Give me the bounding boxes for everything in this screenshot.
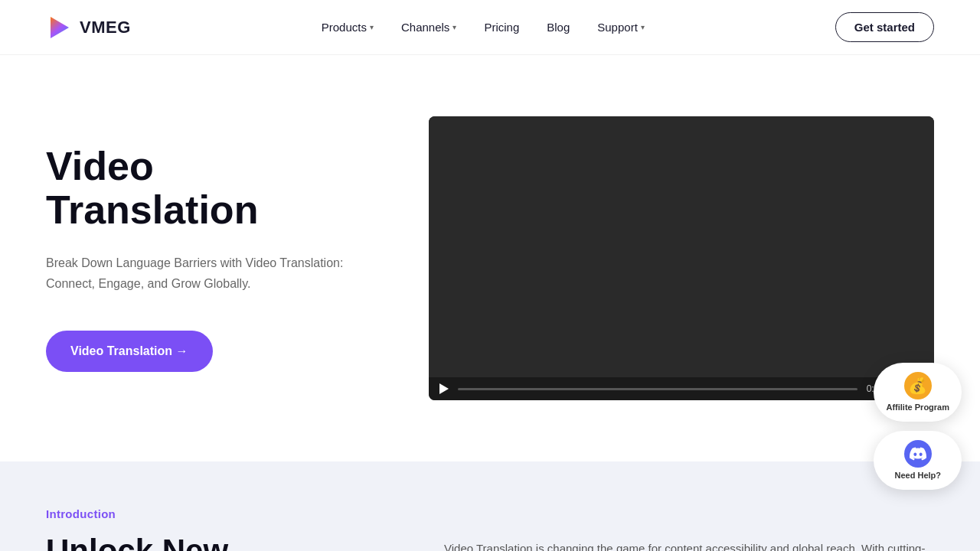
nav-links: Products ▾ Channels ▾ Pricing Blog Suppo… <box>322 21 645 34</box>
intro-content: Unlock New Audiences with Video Video Tr… <box>46 533 934 551</box>
coin-icon: 💰 <box>904 372 932 399</box>
nav-link-blog[interactable]: Blog <box>547 21 570 34</box>
get-started-button[interactable]: Get started <box>835 12 934 42</box>
video-progress-bar[interactable] <box>458 388 858 390</box>
hero-title: Video Translation <box>46 145 368 232</box>
hero-right: 0:00 <box>429 116 934 400</box>
nav-link-support[interactable]: Support ▾ <box>597 21 645 34</box>
svg-marker-1 <box>439 383 449 394</box>
brand-name: VMEG <box>80 18 131 37</box>
intro-section-label: Introduction <box>46 507 934 520</box>
nav-link-products[interactable]: Products ▾ <box>322 21 374 34</box>
discord-widget[interactable]: Need Help? <box>874 431 962 490</box>
nav-item-products[interactable]: Products ▾ <box>322 21 374 34</box>
video-controls: 0:00 <box>429 377 934 400</box>
chevron-down-icon: ▾ <box>641 23 645 31</box>
logo[interactable]: VMEG <box>46 14 131 41</box>
svg-marker-0 <box>51 17 69 38</box>
affiliate-label: Affilite Program <box>886 403 949 412</box>
nav-item-blog[interactable]: Blog <box>547 21 570 34</box>
discord-label: Need Help? <box>894 471 941 481</box>
navbar: VMEG Products ▾ Channels ▾ Pricing Blog <box>0 0 980 55</box>
hero-left: Video Translation Break Down Language Ba… <box>46 145 368 372</box>
nav-link-channels[interactable]: Channels ▾ <box>401 21 456 34</box>
nav-item-pricing[interactable]: Pricing <box>484 21 519 34</box>
nav-item-channels[interactable]: Channels ▾ <box>401 21 456 34</box>
intro-headline: Unlock New Audiences with Video <box>46 533 383 551</box>
video-player[interactable]: 0:00 <box>429 116 934 400</box>
affiliate-widget[interactable]: 💰 Affilite Program <box>874 363 962 422</box>
intro-section: Introduction Unlock New Audiences with V… <box>0 461 980 551</box>
play-icon[interactable] <box>439 383 449 394</box>
nav-link-pricing[interactable]: Pricing <box>484 21 519 34</box>
chevron-down-icon: ▾ <box>452 23 456 31</box>
nav-item-support[interactable]: Support ▾ <box>597 21 645 34</box>
discord-icon <box>904 440 932 468</box>
intro-body-text: Video Translation is changing the game f… <box>444 533 934 551</box>
logo-icon <box>46 14 74 41</box>
floating-widgets: 💰 Affilite Program Need Help? <box>874 363 962 490</box>
hero-cta-button[interactable]: Video Translation → <box>46 331 213 372</box>
video-screen <box>429 116 934 377</box>
chevron-down-icon: ▾ <box>370 23 374 31</box>
hero-section: Video Translation Break Down Language Ba… <box>0 55 980 461</box>
hero-description: Break Down Language Barriers with Video … <box>46 253 368 294</box>
